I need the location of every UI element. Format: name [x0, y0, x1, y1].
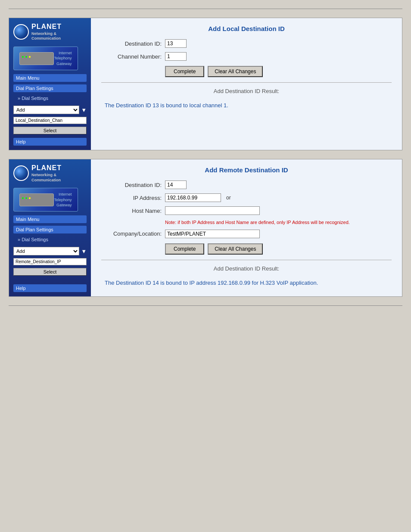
remote-action-select[interactable]: Add Delete Modify — [13, 247, 79, 255]
remote-planet-globe-icon — [13, 165, 29, 181]
remote-brand-subtitle: Networking & Communication — [31, 173, 87, 183]
product-text: Internet Telephony Gateway — [54, 50, 72, 67]
local-dest-id-input[interactable] — [165, 39, 187, 48]
local-clear-button[interactable]: Clear All Changes — [208, 66, 263, 77]
sidebar-main-menu[interactable]: Main Menu — [13, 74, 87, 82]
remote-select-button[interactable]: Select — [13, 268, 87, 276]
remote-complete-button[interactable]: Complete — [165, 243, 204, 255]
remote-device-shape-icon — [19, 193, 54, 206]
remote-hostname-input[interactable] — [165, 206, 260, 215]
local-destination-textbox[interactable]: Local_Destination_Chan — [13, 117, 87, 124]
local-channel-label: Channel Number: — [101, 53, 162, 60]
sidebar-dial-plan[interactable]: Dial Plan Settings — [13, 84, 87, 92]
remote-dial-plan[interactable]: Dial Plan Settings — [13, 226, 87, 233]
dropdown-arrow-icon: ▼ — [81, 107, 87, 113]
remote-ip-row: IP Address: or — [101, 193, 392, 202]
remote-panel: PLANET Networking & Communication Intern… — [9, 159, 402, 296]
sidebar-dropdown-row: Add Delete Modify ▼ — [13, 106, 87, 114]
remote-or-label: or — [226, 195, 231, 201]
brand-subtitle: Networking & Communication — [31, 31, 87, 41]
remote-company-label: Company/Location: — [101, 230, 162, 237]
local-select-button[interactable]: Select — [13, 127, 87, 134]
local-help-button[interactable]: Help — [13, 138, 87, 146]
local-channel-input[interactable] — [165, 52, 187, 61]
remote-sidebar-logo: PLANET Networking & Communication — [13, 164, 87, 183]
remote-result-message: The Destination ID 14 is bound to IP add… — [101, 276, 392, 289]
remote-ip-input[interactable] — [165, 193, 221, 202]
sidebar-logo: PLANET Networking & Communication — [13, 22, 87, 41]
remote-dropdown-arrow-icon: ▼ — [81, 248, 87, 255]
remote-dest-id-row: Destination ID: — [101, 180, 392, 189]
remote-panel-title: Add Remote Destination ID — [101, 166, 392, 174]
local-result-title: Add Destination ID Result: — [101, 88, 392, 94]
local-action-select[interactable]: Add Delete Modify — [13, 106, 79, 114]
remote-dial-settings[interactable]: Dial Settings — [13, 236, 87, 243]
local-main-content: Add Local Destination ID Destination ID:… — [91, 18, 402, 150]
brand-name: PLANET — [31, 23, 62, 30]
remote-product-text: Internet Telephony Gateway — [54, 192, 72, 208]
remote-hostname-row: Host Name: — [101, 206, 392, 215]
local-complete-button[interactable]: Complete — [165, 66, 204, 77]
remote-company-input[interactable] — [165, 230, 260, 238]
remote-dropdown-row: Add Delete Modify ▼ — [13, 247, 87, 255]
remote-clear-button[interactable]: Clear All Changes — [208, 243, 263, 255]
remote-company-row: Company/Location: — [101, 230, 392, 238]
remote-result-title: Add Destination ID Result: — [101, 265, 392, 272]
remote-main-content: Add Remote Destination ID Destination ID… — [91, 159, 402, 296]
local-panel: PLANET Networking & Communication Intern… — [9, 18, 402, 150]
remote-result-section: Add Destination ID Result: The Destinati… — [101, 260, 392, 289]
device-shape-icon — [19, 52, 54, 65]
planet-globe-icon — [13, 24, 29, 40]
device-image: Internet Telephony Gateway — [13, 47, 78, 70]
remote-main-menu[interactable]: Main Menu — [13, 215, 87, 223]
local-channel-row: Channel Number: — [101, 52, 392, 61]
remote-device-image: Internet Telephony Gateway — [13, 188, 78, 212]
local-sidebar: PLANET Networking & Communication Intern… — [9, 18, 91, 150]
local-dest-id-row: Destination ID: — [101, 39, 392, 48]
bottom-rule — [9, 305, 402, 306]
page-wrapper: PLANET Networking & Communication Intern… — [9, 9, 402, 306]
remote-form-note: Note: if both IP Address and Host Name a… — [165, 219, 392, 226]
remote-ip-label: IP Address: — [101, 195, 162, 201]
sidebar-brand: PLANET Networking & Communication — [31, 22, 87, 41]
sidebar-dial-settings[interactable]: Dial Settings — [13, 95, 87, 102]
remote-hostname-label: Host Name: — [101, 208, 162, 214]
remote-brand-name: PLANET — [31, 164, 62, 171]
remote-button-row: Complete Clear All Changes — [165, 243, 392, 255]
top-rule — [9, 9, 402, 9]
local-dest-id-label: Destination ID: — [101, 40, 162, 47]
remote-sidebar: PLANET Networking & Communication Intern… — [9, 159, 91, 296]
remote-dest-id-input[interactable] — [165, 180, 187, 189]
remote-destination-textbox[interactable]: Remote_Destination_IP — [13, 258, 87, 265]
local-panel-title: Add Local Destination ID — [101, 25, 392, 32]
local-result-section: Add Destination ID Result: The Destinati… — [101, 82, 392, 112]
local-result-message: The Destination ID 13 is bound to local … — [101, 99, 392, 112]
remote-sidebar-brand: PLANET Networking & Communication — [31, 164, 87, 183]
remote-dest-id-label: Destination ID: — [101, 182, 162, 188]
remote-help-button[interactable]: Help — [13, 284, 87, 292]
local-button-row: Complete Clear All Changes — [165, 66, 392, 77]
